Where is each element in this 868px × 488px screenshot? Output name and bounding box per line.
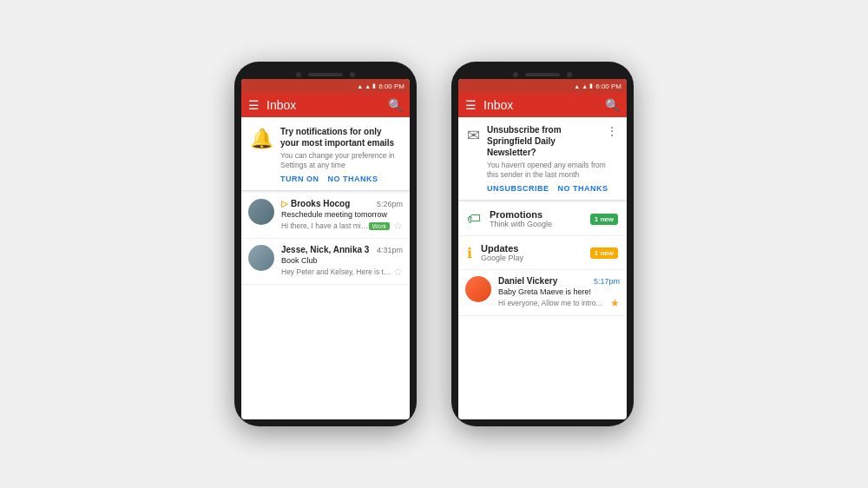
turn-on-button[interactable]: TURN ON [280, 175, 319, 183]
star-icon-1[interactable]: ☆ [393, 220, 403, 232]
work-badge: Work [369, 222, 390, 230]
status-bar-2: ▲ ▲ ▮ 6:00 PM [458, 79, 627, 93]
battery-icon-2: ▮ [589, 82, 593, 89]
email-time-2: 4:31pm [377, 246, 403, 254]
unsub-body: You haven't opened any emails from this … [487, 161, 618, 180]
email-preview-daniel: Hi everyone, Allow me to intro... [498, 299, 602, 307]
email-subject-1: Reschedule meeting tomorrow [281, 210, 403, 219]
hamburger-icon-1[interactable]: ☰ [248, 98, 260, 112]
updates-content: Updates Google Play [481, 243, 582, 262]
front-camera-2 [350, 72, 355, 77]
notif-content: Try notifications for only your most imp… [280, 126, 401, 183]
email-subject-2: Book Club [281, 256, 403, 265]
inbox-title-2: Inbox [483, 98, 598, 112]
email-header-daniel: Daniel Vickery 5:17pm [498, 276, 620, 286]
email-preview-1: Hi there, I have a last minute... [281, 221, 369, 230]
updates-sub: Google Play [481, 254, 582, 262]
status-time-1: 6:00 PM [378, 82, 404, 90]
avatar-2 [248, 245, 274, 271]
notif-body: You can change your preference in Settin… [280, 151, 401, 170]
phone-1: ▲ ▲ ▮ 6:00 PM ☰ Inbox 🔍 🔔 Try notificati… [234, 62, 417, 426]
no-thanks-button-2[interactable]: NO THANKS [558, 184, 608, 193]
front-camera-3 [513, 72, 518, 77]
avatar-img-2 [248, 245, 274, 271]
email-header-1: ▷ Brooks Hocog 5:26pm [281, 199, 403, 208]
speaker [308, 73, 343, 76]
app-bar-1: ☰ Inbox 🔍 [241, 93, 410, 117]
status-time-2: 6:00 PM [595, 82, 621, 90]
front-camera-4 [567, 72, 572, 77]
avatar-img-1 [248, 199, 274, 225]
unsubscribe-button[interactable]: UNSUBSCRIBE [487, 184, 549, 193]
notif-actions: TURN ON NO THANKS [280, 175, 401, 183]
promotions-icon: 🏷 [467, 211, 481, 227]
email-list-1: ▷ Brooks Hocog 5:26pm Reschedule meeting… [241, 193, 410, 419]
status-bar-1: ▲ ▲ ▮ 6:00 PM [241, 79, 410, 93]
avatar-daniel [465, 276, 491, 302]
notification-card: 🔔 Try notifications for only your most i… [241, 117, 410, 191]
phone-2-top-bar [458, 69, 627, 79]
battery-icon: ▮ [372, 82, 376, 89]
email-time-daniel: 5:17pm [594, 277, 620, 286]
app-bar-2: ☰ Inbox 🔍 [458, 93, 627, 117]
phone-2-screen: ▲ ▲ ▮ 6:00 PM ☰ Inbox 🔍 ✉ Unsubscribe fr… [458, 79, 627, 419]
promotions-content: Promotions Think with Google [490, 209, 582, 228]
email-content-daniel: Daniel Vickery 5:17pm Baby Greta Maeve i… [498, 276, 620, 309]
unsub-content: Unsubscribe from Springfield Daily Newsl… [487, 124, 618, 193]
search-icon-1[interactable]: 🔍 [388, 98, 403, 112]
unsub-title: Unsubscribe from Springfield Daily Newsl… [487, 124, 605, 158]
email-subject-daniel: Baby Greta Maeve is here! [498, 287, 620, 296]
email-item-1[interactable]: ▷ Brooks Hocog 5:26pm Reschedule meeting… [241, 193, 410, 239]
email-sender-1: ▷ Brooks Hocog [281, 199, 350, 208]
status-icons-2: ▲ ▲ ▮ [574, 82, 593, 89]
status-icons-1: ▲ ▲ ▮ [357, 82, 376, 89]
category-updates[interactable]: ℹ Updates Google Play 1 new [458, 236, 627, 270]
signal-icon-2: ▲ [582, 83, 588, 89]
email-time-1: 5:26pm [377, 200, 403, 208]
email-header-2: Jesse, Nick, Annika 3 4:31pm [281, 245, 403, 254]
unsub-actions: UNSUBSCRIBE NO THANKS [487, 184, 618, 193]
hamburger-icon-2[interactable]: ☰ [465, 98, 477, 112]
star-icon-2[interactable]: ☆ [393, 266, 403, 278]
promotions-sub: Think with Google [490, 220, 582, 228]
updates-name: Updates [481, 243, 582, 254]
email-preview-2: Hey Peter and Kelsey, Here is the list..… [281, 267, 393, 276]
updates-new-badge: 1 new [590, 247, 618, 259]
forward-icon: ▷ [281, 199, 288, 208]
speaker-2 [525, 73, 560, 76]
category-promotions[interactable]: 🏷 Promotions Think with Google 1 new [458, 202, 627, 236]
wifi-icon: ▲ [357, 83, 363, 89]
email-sender-2: Jesse, Nick, Annika 3 [281, 245, 369, 254]
inbox-title-1: Inbox [266, 98, 381, 112]
updates-icon: ℹ [467, 245, 472, 261]
bell-icon: 🔔 [250, 128, 273, 183]
more-options-icon[interactable]: ⋮ [606, 124, 618, 138]
star-icon-daniel[interactable]: ★ [610, 297, 620, 309]
signal-icon: ▲ [365, 83, 371, 89]
unsubscribe-card: ✉ Unsubscribe from Springfield Daily New… [458, 117, 627, 201]
avatar-1 [248, 199, 274, 225]
front-camera [296, 72, 301, 77]
phone-1-screen: ▲ ▲ ▮ 6:00 PM ☰ Inbox 🔍 🔔 Try notificati… [241, 79, 410, 419]
no-thanks-button-1[interactable]: NO THANKS [328, 175, 378, 183]
notif-title: Try notifications for only your most imp… [280, 126, 401, 148]
wifi-icon-2: ▲ [574, 83, 580, 89]
email-sender-daniel: Daniel Vickery [498, 276, 557, 286]
promotions-name: Promotions [490, 209, 582, 220]
phone-1-top-bar [241, 69, 410, 79]
search-icon-2[interactable]: 🔍 [605, 98, 620, 112]
promotions-new-badge: 1 new [590, 214, 618, 225]
email-item-daniel[interactable]: Daniel Vickery 5:17pm Baby Greta Maeve i… [458, 270, 627, 316]
email-content-1: ▷ Brooks Hocog 5:26pm Reschedule meeting… [281, 199, 403, 232]
phone-2: ▲ ▲ ▮ 6:00 PM ☰ Inbox 🔍 ✉ Unsubscribe fr… [451, 62, 634, 426]
unsubscribe-icon: ✉ [467, 126, 480, 193]
email-content-2: Jesse, Nick, Annika 3 4:31pm Book Club H… [281, 245, 403, 278]
email-item-2[interactable]: Jesse, Nick, Annika 3 4:31pm Book Club H… [241, 239, 410, 285]
